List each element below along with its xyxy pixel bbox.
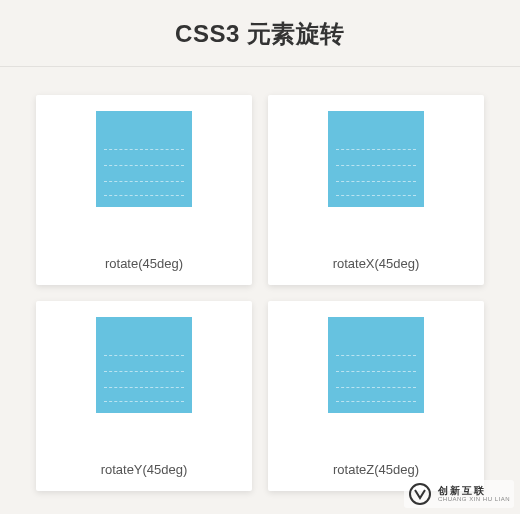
watermark-en: CHUANG XIN HU LIAN bbox=[438, 496, 510, 502]
demo-caption: rotateZ(45deg) bbox=[333, 462, 419, 477]
demo-card-rotatey: rotateY(45deg) bbox=[36, 301, 252, 491]
watermark: 创新互联 CHUANG XIN HU LIAN bbox=[404, 480, 514, 508]
demo-caption: rotateX(45deg) bbox=[333, 256, 420, 271]
demo-box bbox=[328, 111, 424, 207]
svg-point-0 bbox=[410, 484, 430, 504]
page-title: CSS3 元素旋转 bbox=[0, 18, 520, 50]
demo-card-rotatex: rotateX(45deg) bbox=[268, 95, 484, 285]
demo-caption: rotateY(45deg) bbox=[101, 462, 188, 477]
watermark-cn: 创新互联 bbox=[438, 486, 510, 496]
demo-caption: rotate(45deg) bbox=[105, 256, 183, 271]
page-header: CSS3 元素旋转 bbox=[0, 0, 520, 67]
watermark-logo-icon bbox=[408, 482, 432, 506]
watermark-text: 创新互联 CHUANG XIN HU LIAN bbox=[438, 486, 510, 502]
demo-card-rotatez: rotateZ(45deg) bbox=[268, 301, 484, 491]
demo-card-rotate: rotate(45deg) bbox=[36, 95, 252, 285]
demo-box bbox=[96, 317, 192, 413]
demo-box bbox=[328, 317, 424, 413]
demo-grid: rotate(45deg) rotateX(45deg) rotateY(45d… bbox=[0, 67, 520, 511]
demo-box bbox=[96, 111, 192, 207]
